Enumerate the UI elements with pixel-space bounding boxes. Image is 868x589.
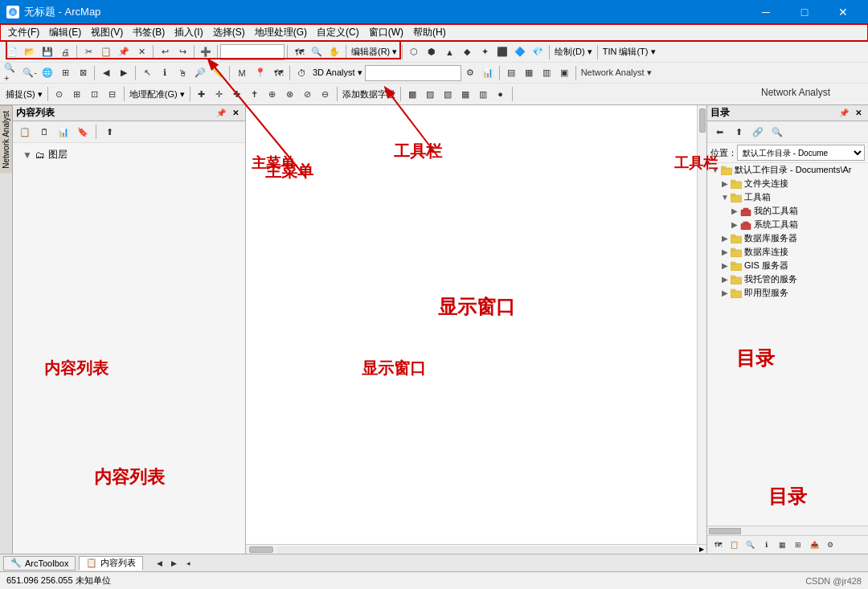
select-arrow[interactable]: ↖ [138, 64, 156, 82]
menu-select[interactable]: 选择(S) [208, 24, 250, 41]
catalog-scroll-thumb[interactable] [709, 528, 741, 534]
zoom-out-button[interactable]: 🔍- [21, 64, 39, 82]
cl-btn4[interactable]: 🔖 [74, 123, 92, 141]
right-btn2[interactable]: ▨ [421, 85, 439, 103]
save-button[interactable]: 💾 [39, 43, 56, 61]
cl-btn2[interactable]: 🗒 [35, 123, 53, 141]
cat-bot-btn4[interactable]: ℹ [759, 538, 773, 552]
cat-bot-btn1[interactable]: 🗺 [710, 538, 725, 552]
menu-bookmarks[interactable]: 书签(B) [128, 24, 170, 41]
scale-input[interactable] [220, 44, 285, 60]
info-button[interactable]: ℹ [156, 64, 174, 82]
btn-x3[interactable]: ▥ [538, 64, 555, 82]
horizontal-scrollbar[interactable]: ▶ [246, 544, 706, 554]
geo-btn4[interactable]: ✝ [246, 85, 264, 103]
right-btn1[interactable]: ▩ [403, 85, 421, 103]
tree-item-db-connect[interactable]: ▶ 数据库连接 [707, 245, 868, 259]
tree-item-hosted-services[interactable]: ▶ 我托管的服务 [707, 272, 868, 286]
measure-button[interactable]: 📏 [209, 64, 227, 82]
tree-item-my-toolbox[interactable]: ▶ 我的工具箱 [707, 204, 868, 218]
find-button[interactable]: 🔎 [191, 64, 209, 82]
print-button[interactable]: 🖨 [56, 43, 74, 61]
paste-button[interactable]: 📌 [115, 43, 133, 61]
catalog-h-scrollbar[interactable] [707, 526, 868, 535]
globe-button[interactable]: 🌐 [39, 64, 56, 82]
maximize-button[interactable]: □ [786, 0, 823, 24]
new-button[interactable]: 📄 [3, 43, 21, 61]
open-button[interactable]: 📂 [21, 43, 39, 61]
forward-button[interactable]: ▶ [115, 64, 133, 82]
cl-btn5[interactable]: ⬆ [100, 123, 118, 141]
geo-btn3[interactable]: ✜ [228, 85, 246, 103]
back-button[interactable]: ◀ [97, 64, 115, 82]
cat-bot-btn2[interactable]: 📋 [727, 538, 741, 552]
right-btn3[interactable]: ▧ [439, 85, 457, 103]
tool-c[interactable]: ▲ [440, 43, 458, 61]
cat-btn1[interactable]: ⬅ [710, 123, 728, 141]
cat-bot-btn3[interactable]: 🔍 [743, 538, 757, 552]
tree-item-ready-services[interactable]: ▶ 即用型服务 [707, 286, 868, 300]
cat-bot-btn7[interactable]: 📤 [807, 538, 821, 552]
geo-btn8[interactable]: ⊖ [317, 85, 334, 103]
tool-d[interactable]: ◆ [458, 43, 476, 61]
menu-insert[interactable]: 插入(I) [170, 24, 207, 41]
tool-f[interactable]: ⬛ [493, 43, 511, 61]
cut-button[interactable]: ✂ [80, 43, 97, 61]
scroll-thumb-h[interactable] [249, 546, 273, 553]
search-button[interactable]: M [232, 64, 252, 82]
cat-bot-btn5[interactable]: ▦ [775, 538, 789, 552]
arctoolbox-tab[interactable]: 🔧 ArcToolbox [3, 556, 76, 571]
menu-window[interactable]: 窗口(W) [364, 24, 408, 41]
menu-edit[interactable]: 编辑(E) [44, 24, 86, 41]
menu-help[interactable]: 帮助(H) [408, 24, 451, 41]
snap-btn3[interactable]: ⊡ [86, 85, 104, 103]
menu-file[interactable]: 文件(F) [3, 24, 44, 41]
pan-button[interactable]: ✋ [326, 43, 343, 61]
panel-pin-button[interactable]: 📌 [215, 107, 227, 120]
catalog-close-button[interactable]: ✕ [852, 107, 865, 120]
geo-btn2[interactable]: ✛ [211, 85, 228, 103]
tree-item-toolbox[interactable]: ▼ 工具箱 [707, 190, 868, 204]
btn-x1[interactable]: ▤ [502, 64, 520, 82]
route-button[interactable]: 🗺 [269, 64, 287, 82]
tool-e[interactable]: ✦ [476, 43, 493, 61]
location-dropdown[interactable]: 默认工作目录 - Docume [737, 145, 865, 161]
tree-item-db-server[interactable]: ▶ 数据库服务器 [707, 231, 868, 245]
btn-x2[interactable]: ▦ [520, 64, 538, 82]
cat-bot-btn6[interactable]: ⊞ [791, 538, 805, 552]
right-btn4[interactable]: ▦ [457, 85, 474, 103]
btn-x4[interactable]: ▣ [555, 64, 573, 82]
tool-a[interactable]: ⬡ [405, 43, 423, 61]
copy-button[interactable]: 📋 [97, 43, 115, 61]
delete-button[interactable]: ✕ [133, 43, 150, 61]
tree-item-default-workspace[interactable]: ▼ 默认工作目录 - Documents\Ar [707, 163, 868, 177]
zoom-in-button[interactable]: 🔍+ [3, 64, 21, 82]
menu-geoprocessing[interactable]: 地理处理(G) [250, 24, 312, 41]
geocode-button[interactable]: 📍 [252, 64, 269, 82]
geo-btn7[interactable]: ⊘ [299, 85, 317, 103]
redo-button[interactable]: ↪ [174, 43, 191, 61]
cat-btn4[interactable]: 🔍 [768, 123, 786, 141]
undo-button[interactable]: ↩ [156, 43, 174, 61]
menu-view[interactable]: 视图(V) [86, 24, 128, 41]
close-button[interactable]: ✕ [825, 0, 862, 24]
extent-button[interactable]: ⊞ [56, 64, 74, 82]
display-area[interactable]: ▶ 主菜单 工具栏 [246, 105, 707, 554]
tool-g[interactable]: 🔷 [511, 43, 529, 61]
nav-prev[interactable]: ◂ [182, 557, 194, 570]
geo-btn1[interactable]: ✚ [193, 85, 211, 103]
cl-btn3[interactable]: 📊 [55, 123, 72, 141]
analyst-btn2[interactable]: 📊 [479, 64, 497, 82]
right-btn6[interactable]: ● [492, 85, 510, 103]
time-button[interactable]: ⏱ [293, 64, 310, 82]
cl-btn1[interactable]: 📋 [16, 123, 34, 141]
nav-left[interactable]: ◀ [153, 557, 166, 570]
cat-btn3[interactable]: 🔗 [749, 123, 767, 141]
snap-btn4[interactable]: ⊟ [104, 85, 121, 103]
tree-item-gis-server[interactable]: ▶ GIS 服务器 [707, 259, 868, 272]
nav-right[interactable]: ▶ [167, 557, 180, 570]
analyst-btn1[interactable]: ⚙ [461, 64, 479, 82]
geo-btn6[interactable]: ⊗ [281, 85, 299, 103]
cat-bot-btn8[interactable]: ⚙ [823, 538, 837, 552]
add-data-button[interactable]: ➕ [197, 43, 215, 61]
